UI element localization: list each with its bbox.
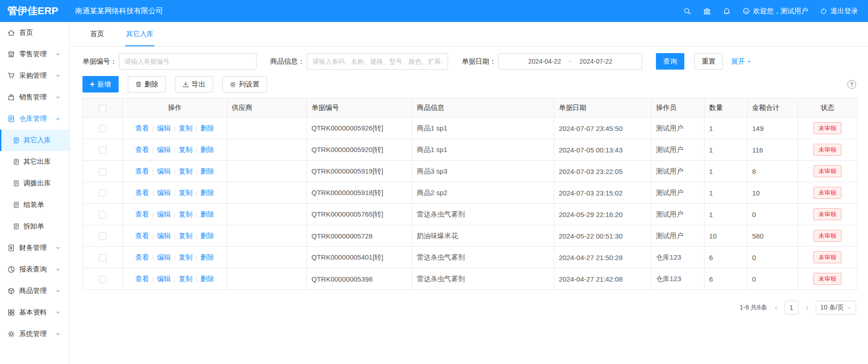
cell-amount: 8 [748, 161, 798, 182]
sidebar-subitem-4-4[interactable]: 拆卸单 [0, 216, 69, 237]
column-settings-button[interactable]: 列设置 [222, 76, 267, 92]
finance-icon [7, 244, 15, 252]
row-action-1[interactable]: 编辑 [157, 146, 171, 153]
sidebar-item-1[interactable]: 零售管理 [0, 43, 69, 65]
search-icon[interactable] [683, 7, 691, 15]
table-wrap: 操作供应商单据编号商品信息单据日期操作员数量金额合计状态 查看|编辑|复制|删除… [70, 92, 868, 290]
row-action-2[interactable]: 复制 [179, 189, 192, 196]
logout-button[interactable]: 退出登录 [820, 7, 858, 16]
sidebar-subitem-4-2[interactable]: 调拨出库 [0, 173, 69, 194]
row-checkbox[interactable] [99, 190, 106, 197]
row-action-1[interactable]: 编辑 [157, 275, 171, 283]
row-action-0[interactable]: 查看 [135, 189, 149, 196]
sidebar-item-2[interactable]: 采购管理 [0, 65, 69, 87]
row-action-3[interactable]: 删除 [201, 124, 214, 132]
row-action-0[interactable]: 查看 [135, 210, 149, 218]
row-action-2[interactable]: 复制 [179, 124, 192, 132]
column-settings-label: 列设置 [239, 80, 260, 89]
welcome-user[interactable]: 欢迎您，测试用户 [742, 7, 808, 16]
sidebar-item-9[interactable]: 系统管理 [0, 323, 69, 345]
row-action-3[interactable]: 删除 [201, 232, 214, 239]
table-row: 查看|编辑|复制|删除QTRK00000005401[转]雷达杀虫气雾剂2024… [83, 247, 857, 268]
row-action-2[interactable]: 复制 [179, 232, 192, 239]
date-separator: ~ [568, 58, 572, 65]
help-icon[interactable]: ? [847, 80, 856, 89]
row-action-0[interactable]: 查看 [135, 124, 149, 132]
sidebar-item-7[interactable]: 商品管理 [0, 280, 69, 302]
date-range-picker[interactable]: 2024-04-22 ~ 2024-07-22 [498, 53, 642, 70]
sidebar-subitem-4-3[interactable]: 组装单 [0, 194, 69, 216]
row-action-1[interactable]: 编辑 [157, 210, 171, 218]
row-action-0[interactable]: 查看 [135, 167, 149, 175]
row-action-3[interactable]: 删除 [201, 167, 214, 175]
row-action-1[interactable]: 编辑 [157, 189, 171, 196]
current-page-button[interactable]: 1 [785, 301, 798, 315]
action-divider: | [174, 211, 175, 218]
bell-icon[interactable] [723, 7, 731, 15]
row-checkbox[interactable] [99, 147, 106, 154]
chevron-left-icon[interactable] [773, 305, 779, 310]
row-action-0[interactable]: 查看 [135, 253, 149, 261]
row-checkbox[interactable] [99, 276, 106, 283]
cell-checkbox [83, 225, 123, 247]
sidebar-item-0[interactable]: 首页 [0, 22, 69, 43]
page-size-select[interactable]: 10 条/页 [816, 301, 856, 315]
export-button[interactable]: 导出 [175, 76, 213, 92]
row-action-2[interactable]: 复制 [179, 210, 192, 218]
row-checkbox[interactable] [99, 254, 106, 261]
tab-1[interactable]: 其它入库 [125, 22, 154, 46]
sidebar-item-8[interactable]: 基本资料 [0, 302, 69, 323]
row-action-0[interactable]: 查看 [135, 232, 149, 239]
row-checkbox[interactable] [99, 125, 106, 132]
row-checkbox[interactable] [99, 211, 106, 218]
search-button[interactable]: 查询 [656, 53, 684, 70]
row-action-1[interactable]: 编辑 [157, 253, 171, 261]
date-to[interactable]: 2024-07-22 [579, 58, 612, 65]
warehouse-icon [7, 115, 15, 123]
row-checkbox[interactable] [99, 233, 106, 240]
table-body: 查看|编辑|复制|删除QTRK00000005926[转]商品1 sp12024… [83, 118, 857, 290]
cell-bill-no: QTRK00000005398 [307, 268, 412, 290]
row-checkbox[interactable] [99, 168, 106, 175]
row-action-3[interactable]: 删除 [201, 189, 214, 196]
row-action-2[interactable]: 复制 [179, 146, 192, 153]
row-action-3[interactable]: 删除 [201, 146, 214, 153]
cell-operator: 测试用户 [651, 161, 704, 182]
sidebar-item-label: 财务管理 [19, 244, 47, 252]
row-action-1[interactable]: 编辑 [157, 232, 171, 239]
delete-button[interactable]: 删除 [128, 76, 166, 92]
row-action-2[interactable]: 复制 [179, 167, 192, 175]
expand-link[interactable]: 展开 [731, 57, 752, 66]
row-action-1[interactable]: 编辑 [157, 124, 171, 132]
chevron-right-icon[interactable] [804, 305, 810, 310]
col-header-3: 商品信息 [412, 98, 554, 118]
date-from[interactable]: 2024-04-22 [528, 58, 561, 65]
cell-checkbox [83, 247, 123, 268]
sidebar-subitem-4-1[interactable]: 其它出库 [0, 151, 69, 173]
sidebar-item-3[interactable]: 销售管理 [0, 87, 69, 108]
action-divider: | [196, 147, 197, 153]
row-action-3[interactable]: 删除 [201, 275, 214, 283]
sidebar-subitem-4-0[interactable]: 其它入库 [0, 130, 69, 151]
select-all-checkbox[interactable] [99, 105, 106, 112]
product-info-input[interactable] [307, 53, 448, 70]
row-action-3[interactable]: 删除 [201, 253, 214, 261]
bill-no-input[interactable] [119, 53, 257, 70]
row-action-1[interactable]: 编辑 [157, 167, 171, 175]
col-header-checkbox [83, 98, 123, 118]
tab-0[interactable]: 首页 [89, 22, 105, 46]
sidebar-item-4[interactable]: 仓库管理 [0, 108, 69, 130]
cell-operator: 测试用户 [651, 225, 704, 247]
sidebar-item-5[interactable]: 财务管理 [0, 237, 69, 259]
row-action-0[interactable]: 查看 [135, 275, 149, 283]
bank-icon[interactable] [703, 7, 711, 15]
sidebar-item-6[interactable]: 报表查询 [0, 259, 69, 280]
row-action-2[interactable]: 复制 [179, 253, 192, 261]
row-action-2[interactable]: 复制 [179, 275, 192, 283]
reset-button[interactable]: 重置 [694, 53, 723, 70]
row-action-0[interactable]: 查看 [135, 146, 149, 153]
add-button[interactable]: + 新增 [82, 76, 119, 92]
row-action-3[interactable]: 删除 [201, 210, 214, 218]
cell-bill-no: QTRK00000005918[转] [307, 182, 412, 204]
cell-checkbox [83, 161, 123, 182]
